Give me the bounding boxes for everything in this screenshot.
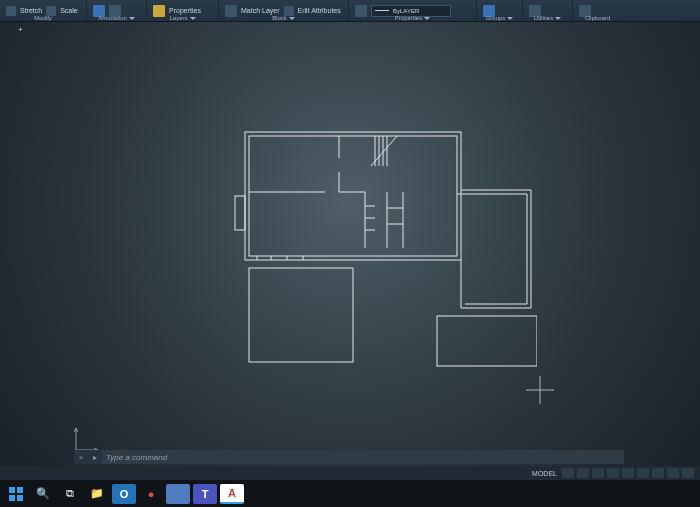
floorplan-drawing [227,118,537,384]
svg-line-30 [74,428,76,432]
crosshair-cursor [526,376,554,404]
workspace-switch-icon[interactable] [667,468,679,478]
autocad-icon[interactable]: A [220,484,244,504]
scale-icon[interactable] [46,6,56,16]
ribbon-panel-block: Match Layer Edit Attributes Block [218,0,348,21]
grid-toggle-icon[interactable] [562,468,574,478]
teams-icon[interactable]: T [193,484,217,504]
command-close-icon[interactable]: × [74,450,88,464]
command-prompt-icon[interactable]: ▸ [88,450,102,464]
scale-label[interactable]: Scale [60,7,78,14]
stretch-label[interactable]: Stretch [20,7,42,14]
svg-line-12 [371,136,397,166]
model-space-viewport[interactable]: + [0,22,700,466]
match-layer-label[interactable]: Match Layer [241,7,280,14]
edit-attributes-label[interactable]: Edit Attributes [298,7,341,14]
annotation-scale-icon[interactable] [652,468,664,478]
ribbon-panel-utilities: Utilities [522,0,572,21]
chevron-down-icon [424,17,430,20]
taskbar-search-icon[interactable]: 🔍 [31,484,55,504]
svg-rect-36 [9,495,15,501]
layers-panel-title[interactable]: Layers [147,15,218,21]
command-input[interactable]: Type a command [106,453,624,462]
ribbon-panel-annotation: Annotation [86,0,146,21]
lineweight-toggle-icon[interactable] [637,468,649,478]
task-view-icon[interactable]: ⧉ [58,484,82,504]
windows-taskbar: 🔍 ⧉ 📁 O ● T A [0,480,700,507]
ribbon-panel-layers: Properties Layers [146,0,218,21]
start-button[interactable] [4,484,28,504]
chevron-down-icon [289,17,295,20]
outlook-icon[interactable]: O [112,484,136,504]
ribbon-panel-modify: Stretch Scale Modify [0,0,86,21]
edit-attributes-icon[interactable] [284,6,294,16]
svg-rect-34 [9,487,15,493]
ribbon: Stretch Scale Modify Annotation Properti… [0,0,700,22]
new-tab-button[interactable]: + [10,24,31,35]
linetype-value: ByLAYER [393,8,419,14]
clipboard-panel-title[interactable]: Clipboard [573,15,622,21]
ribbon-panel-groups: Groups [476,0,522,21]
ortho-toggle-icon[interactable] [592,468,604,478]
osnap-toggle-icon[interactable] [622,468,634,478]
windows-logo-icon [9,487,23,501]
model-layout-toggle[interactable]: MODEL [530,470,559,477]
annotation-panel-title[interactable]: Annotation [87,15,146,21]
groups-panel-title[interactable]: Groups [477,15,522,21]
stretch-icon[interactable] [6,6,16,16]
chevron-down-icon [555,17,561,20]
svg-rect-37 [17,495,23,501]
customize-icon[interactable] [682,468,694,478]
svg-rect-24 [249,268,353,362]
svg-rect-2 [235,196,245,230]
command-line[interactable]: × ▸ Type a command [74,450,624,464]
svg-rect-0 [245,132,461,260]
ribbon-panel-properties: ByLAYER Properties [348,0,476,21]
chevron-down-icon [190,17,196,20]
app-status-bar: MODEL [0,466,700,480]
line-sample-icon [375,10,389,11]
layer-properties-label[interactable]: Properties [169,7,201,14]
svg-rect-25 [437,316,537,366]
polar-toggle-icon[interactable] [607,468,619,478]
svg-rect-35 [17,487,23,493]
snap-toggle-icon[interactable] [577,468,589,478]
svg-rect-1 [249,136,457,256]
modify-panel-title[interactable]: Modify [0,15,86,21]
utilities-panel-title[interactable]: Utilities [523,15,572,21]
properties-panel-title[interactable]: Properties [349,15,476,21]
chrome-icon[interactable]: ● [139,484,163,504]
block-panel-title[interactable]: Block [219,15,348,21]
ribbon-panel-clipboard: Clipboard [572,0,622,21]
svg-line-31 [76,428,78,432]
app-icon[interactable] [166,484,190,504]
chevron-down-icon [129,17,135,20]
file-explorer-icon[interactable]: 📁 [85,484,109,504]
chevron-down-icon [507,17,513,20]
ucs-icon [74,426,100,452]
